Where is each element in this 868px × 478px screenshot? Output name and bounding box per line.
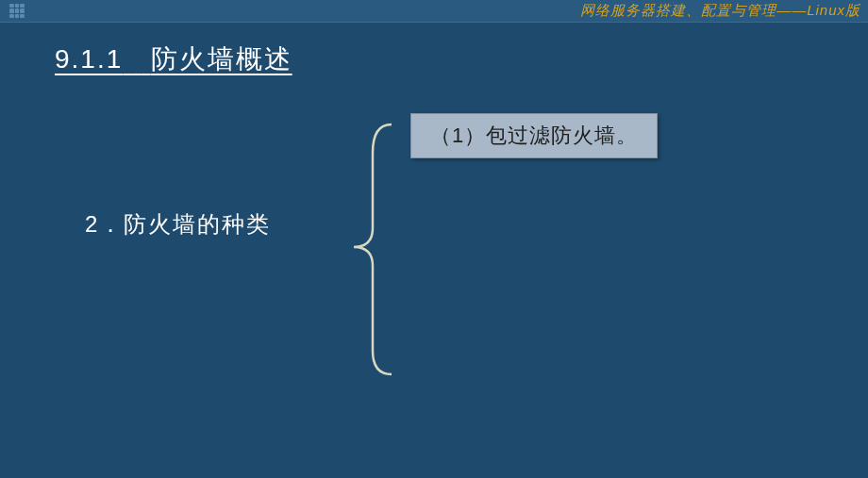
header-bar: 网络服务器搭建、配置与管理——Linux版 [0, 0, 868, 23]
section-title-text: 防火墙概述 [151, 44, 292, 74]
curly-brace-icon [340, 115, 406, 379]
subtitle-number: 2． [85, 211, 124, 237]
slide-content: 9.1.1 防火墙概述 2．防火墙的种类 （1）包过滤防火墙。 [0, 23, 868, 478]
subtitle: 2．防火墙的种类 [85, 209, 271, 239]
body-area: 2．防火墙的种类 （1）包过滤防火墙。 [47, 134, 821, 239]
header-title-suffix: Linux版 [807, 2, 860, 18]
subtitle-text: 防火墙的种类 [124, 211, 271, 237]
header-title-prefix: 网络服务器搭建、配置与管理 [580, 2, 776, 18]
callout-number: （1） [430, 124, 486, 147]
header-title-separator: —— [776, 2, 807, 18]
callout-text: 包过滤防火墙。 [486, 124, 638, 147]
callout-box: （1）包过滤防火墙。 [410, 113, 658, 158]
section-number: 9.1.1 [55, 44, 123, 74]
header-title: 网络服务器搭建、配置与管理——Linux版 [580, 2, 860, 20]
grid-menu-icon[interactable] [8, 2, 26, 21]
section-title: 9.1.1 防火墙概述 [55, 41, 821, 77]
